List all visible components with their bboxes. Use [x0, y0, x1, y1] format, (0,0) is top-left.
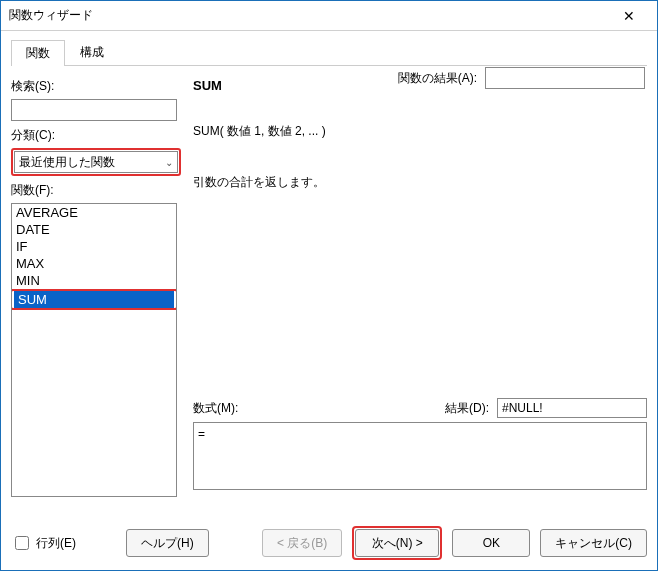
- category-value: 最近使用した関数: [19, 154, 115, 171]
- function-list[interactable]: AVERAGE DATE IF MAX MIN SUM: [11, 203, 177, 497]
- result-field[interactable]: [497, 398, 647, 418]
- matrix-checkbox[interactable]: [15, 536, 29, 550]
- left-panel: 検索(S): 分類(C): 最近使用した関数 ⌄ 関数(F): AVERAGE …: [11, 72, 179, 514]
- category-dropdown[interactable]: 最近使用した関数 ⌄: [14, 151, 178, 173]
- category-label: 分類(C):: [11, 127, 179, 144]
- function-description: 引数の合計を返します。: [193, 174, 647, 191]
- list-item-selected[interactable]: SUM: [14, 291, 174, 308]
- category-highlight: 最近使用した関数 ⌄: [11, 148, 181, 176]
- search-input[interactable]: [11, 99, 177, 121]
- cancel-button[interactable]: キャンセル(C): [540, 529, 647, 557]
- formula-textarea[interactable]: =: [193, 422, 647, 490]
- main-area: 検索(S): 分類(C): 最近使用した関数 ⌄ 関数(F): AVERAGE …: [11, 72, 647, 514]
- list-item[interactable]: AVERAGE: [12, 204, 176, 221]
- function-wizard-window: 関数ウィザード ✕ 関数の結果(A): 関数 構成 検索(S): 分類(C): …: [0, 0, 658, 571]
- selection-highlight: SUM: [11, 289, 177, 310]
- list-item[interactable]: MIN: [12, 272, 176, 289]
- search-label: 検索(S):: [11, 78, 179, 95]
- function-list-label: 関数(F):: [11, 182, 179, 199]
- tab-bar: 関数 構成: [11, 39, 647, 66]
- content-area: 関数の結果(A): 関数 構成 検索(S): 分類(C): 最近使用した関数 ⌄…: [1, 31, 657, 570]
- window-title: 関数ウィザード: [9, 7, 609, 24]
- function-syntax: SUM( 数値 1, 数値 2, ... ): [193, 123, 647, 140]
- matrix-label: 行列(E): [36, 535, 76, 552]
- back-button: < 戻る(B): [262, 529, 342, 557]
- list-item[interactable]: DATE: [12, 221, 176, 238]
- formula-label: 数式(M):: [193, 400, 238, 417]
- function-name: SUM: [193, 78, 647, 93]
- tab-structure[interactable]: 構成: [65, 39, 119, 65]
- next-button[interactable]: 次へ(N) >: [355, 529, 439, 557]
- result-label: 結果(D):: [445, 400, 489, 417]
- matrix-checkbox-wrap[interactable]: 行列(E): [11, 533, 76, 553]
- button-bar: 行列(E) ヘルプ(H) < 戻る(B) 次へ(N) > OK キャンセル(C): [11, 526, 647, 560]
- titlebar: 関数ウィザード ✕: [1, 1, 657, 31]
- tab-functions[interactable]: 関数: [11, 40, 65, 66]
- right-panel: SUM SUM( 数値 1, 数値 2, ... ) 引数の合計を返します。 数…: [193, 72, 647, 514]
- formula-result-row: 数式(M): 結果(D):: [193, 398, 647, 418]
- next-highlight: 次へ(N) >: [352, 526, 442, 560]
- close-icon[interactable]: ✕: [609, 8, 649, 24]
- ok-button[interactable]: OK: [452, 529, 530, 557]
- list-item[interactable]: MAX: [12, 255, 176, 272]
- chevron-down-icon: ⌄: [165, 157, 173, 168]
- list-item[interactable]: IF: [12, 238, 176, 255]
- help-button[interactable]: ヘルプ(H): [126, 529, 209, 557]
